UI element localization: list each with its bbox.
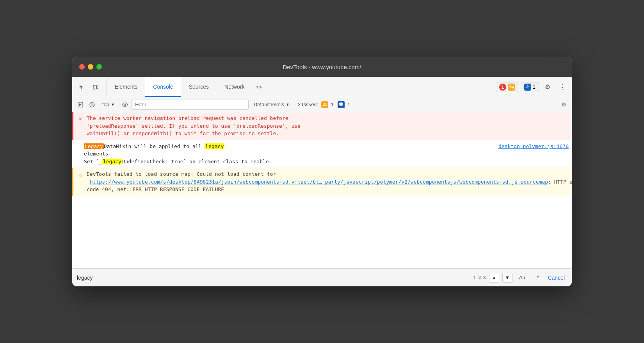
info-badge: ⚠	[524, 84, 531, 91]
tab-bar-right: 1 ⚠ 4 ⚠ 1 ⚙ ⋮	[493, 77, 569, 97]
warning-link[interactable]: https://www.youtube.com/s/desktop/849823…	[90, 179, 548, 185]
info-badge-group[interactable]: ⚠ 1	[521, 82, 539, 92]
error-message: The service worker navigation preload re…	[87, 114, 569, 138]
tab-network[interactable]: Network	[217, 77, 252, 97]
maximize-button[interactable]	[96, 64, 102, 70]
log-message: LegacyDataMixin will be applied to all l…	[84, 143, 495, 166]
context-selector[interactable]: top ▼	[99, 100, 118, 109]
devtools-window: DevTools - www.youtube.com/ Elements Con	[72, 57, 572, 286]
settings-button[interactable]: ⚙	[541, 81, 554, 93]
search-count: 1 of 3	[473, 275, 486, 280]
error-badge: 1	[499, 84, 506, 91]
tab-bar: Elements Console Sources Network >> 1 ⚠ …	[72, 77, 572, 97]
search-up-button[interactable]: ▲	[489, 273, 499, 283]
search-down-button[interactable]: ▼	[502, 273, 512, 283]
svg-rect-0	[93, 85, 96, 89]
traffic-lights	[79, 64, 102, 70]
tab-sources[interactable]: Sources	[181, 77, 217, 97]
issues-count[interactable]: 2 Issues: ⚠ 1 💬 1	[295, 100, 354, 109]
highlight-legacy-yellow-2: legacy	[102, 159, 122, 164]
regex-button[interactable]: .*	[532, 273, 543, 282]
error-icon: ✕	[76, 115, 84, 123]
title-bar: DevTools - www.youtube.com/	[72, 57, 572, 77]
minimize-button[interactable]	[88, 64, 93, 70]
inspect-element-button[interactable]	[75, 81, 88, 93]
execute-button[interactable]	[75, 100, 85, 110]
filter-input[interactable]	[132, 100, 249, 110]
error-entry: ✕ The service worker navigation preload …	[72, 112, 572, 140]
window-title: DevTools - www.youtube.com/	[283, 64, 361, 70]
case-sensitive-button[interactable]: Aa	[516, 273, 529, 282]
default-levels-selector[interactable]: Default levels ▼	[250, 100, 293, 109]
svg-line-4	[91, 103, 94, 106]
warning-message: DevTools failed to load source map: Coul…	[87, 170, 572, 193]
error-warning-badge[interactable]: 1 ⚠ 4	[496, 82, 518, 92]
device-toolbar-button[interactable]	[89, 81, 102, 93]
search-bar: 1 of 3 ▲ ▼ Aa .* Cancel	[72, 268, 572, 286]
issues-warn-badge: ⚠	[321, 101, 328, 108]
log-source-link[interactable]: desktop_polymer.js:4670	[498, 143, 569, 150]
search-input[interactable]	[77, 275, 470, 281]
tab-elements[interactable]: Elements	[107, 77, 145, 97]
search-cancel-button[interactable]: Cancel	[545, 273, 567, 282]
highlight-legacy-yellow-1: legacy	[205, 143, 224, 149]
svg-rect-1	[97, 86, 98, 88]
tab-console[interactable]: Console	[145, 77, 181, 97]
eye-button[interactable]	[120, 100, 130, 110]
main-tabs: Elements Console Sources Network >>	[107, 77, 493, 97]
more-options-button[interactable]: ⋮	[556, 81, 569, 93]
close-button[interactable]	[79, 64, 85, 70]
warning-icon: ⚠	[76, 171, 84, 179]
console-content: ✕ The service worker navigation preload …	[72, 112, 572, 268]
clear-button[interactable]	[87, 100, 97, 110]
console-toolbar: top ▼ Default levels ▼ 2 Issues: ⚠ 1 💬 1…	[72, 97, 572, 112]
warning-entry: ⚠ DevTools failed to load source map: Co…	[72, 168, 572, 196]
log-entry: LegacyDataMixin will be applied to all l…	[72, 140, 572, 168]
svg-point-5	[124, 104, 126, 105]
warning-badge: ⚠ 4	[508, 84, 515, 91]
console-settings-button[interactable]: ⚙	[559, 100, 569, 110]
highlight-legacy-orange: Legacy	[84, 143, 104, 149]
devtools-icons	[75, 77, 107, 97]
issues-chat-badge: 💬	[338, 101, 345, 108]
more-tabs-button[interactable]: >>	[252, 77, 265, 97]
